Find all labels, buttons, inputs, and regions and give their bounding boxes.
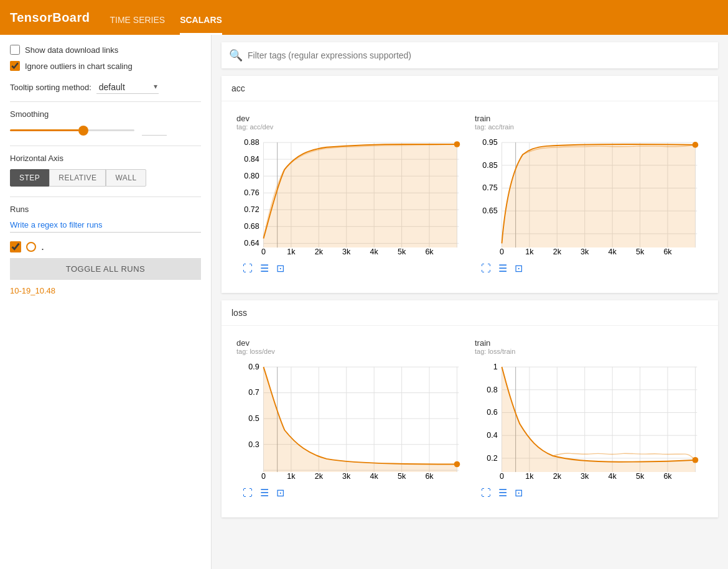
ignore-outliers-checkbox[interactable] (10, 61, 20, 71)
svg-text:0.72: 0.72 (244, 205, 259, 214)
acc-dev-zoom-btn[interactable]: ⊡ (275, 261, 286, 275)
svg-point-97 (693, 457, 699, 463)
svg-text:4k: 4k (370, 472, 379, 481)
ignore-outliers-row[interactable]: Ignore outliers in chart scaling (10, 61, 201, 71)
acc-dev-data-btn[interactable]: ☰ (259, 261, 270, 275)
smoothing-section: Smoothing 0.6 (10, 109, 201, 136)
svg-text:4k: 4k (609, 247, 617, 256)
search-icon: 🔍 (229, 49, 243, 62)
svg-text:0.7: 0.7 (248, 388, 259, 397)
main-content: 🔍 acc dev tag: acc/dev (212, 35, 728, 569)
svg-text:1: 1 (493, 363, 498, 371)
tooltip-select[interactable]: default (96, 81, 159, 94)
loss-train-data-btn[interactable]: ☰ (497, 486, 508, 500)
runs-label: Runs (10, 205, 201, 214)
axis-btn-wall[interactable]: WALL (106, 169, 146, 187)
loss-dev-card: dev tag: loss/dev (231, 333, 470, 510)
acc-dev-fit-btn[interactable]: ⛶ (241, 261, 254, 275)
svg-text:0.4: 0.4 (487, 431, 497, 440)
search-input[interactable] (248, 50, 711, 60)
smoothing-value-input[interactable]: 0.6 (142, 125, 167, 136)
acc-dev-card: dev tag: acc/dev (231, 109, 470, 285)
loss-train-controls: ⛶ ☰ ⊡ (475, 483, 703, 505)
acc-dev-controls: ⛶ ☰ ⊡ (236, 259, 465, 280)
svg-text:0.9: 0.9 (248, 363, 259, 371)
loss-dev-tag: tag: loss/dev (236, 348, 465, 355)
divider-2 (10, 146, 201, 146)
runs-row: . (10, 240, 201, 253)
svg-text:0.95: 0.95 (482, 138, 497, 147)
svg-text:5k: 5k (636, 247, 645, 256)
acc-train-card: train tag: acc/train (470, 109, 708, 285)
acc-dev-title: dev (236, 114, 465, 123)
nav-time-series[interactable]: TIME SERIES (110, 15, 165, 35)
loss-train-card: train tag: loss/train (470, 333, 708, 510)
app-logo: TensorBoard (10, 11, 90, 25)
svg-text:0.80: 0.80 (244, 172, 259, 180)
run-name-label[interactable]: 10-19_10.48 (10, 286, 55, 295)
svg-text:3k: 3k (581, 472, 589, 481)
svg-text:3k: 3k (581, 247, 589, 256)
loss-dev-controls: ⛶ ☰ ⊡ (236, 483, 465, 505)
svg-text:1k: 1k (287, 247, 296, 256)
svg-text:0.2: 0.2 (487, 454, 497, 463)
slider-row: 0.6 (10, 125, 201, 136)
acc-section-title: acc (222, 76, 718, 101)
svg-point-45 (693, 142, 699, 148)
show-data-links-checkbox[interactable] (10, 45, 20, 55)
tooltip-row: Tooltip sorting method: default (10, 81, 201, 94)
svg-point-71 (454, 461, 460, 468)
acc-train-title: train (475, 114, 703, 123)
loss-dev-data-btn[interactable]: ☰ (259, 486, 270, 500)
sidebar: Show data download links Ignore outliers… (0, 35, 212, 569)
run-circle-icon (26, 242, 36, 252)
svg-text:4k: 4k (609, 472, 617, 481)
options-section: Show data download links Ignore outliers… (10, 45, 201, 71)
svg-text:2k: 2k (315, 247, 324, 256)
loss-dev-zoom-btn[interactable]: ⊡ (275, 486, 286, 500)
acc-train-fit-btn[interactable]: ⛶ (480, 261, 492, 275)
run-checkbox[interactable] (10, 241, 21, 252)
app-body: Show data download links Ignore outliers… (0, 35, 728, 569)
toggle-all-button[interactable]: TOGGLE ALL RUNS (10, 258, 201, 280)
acc-charts-row: dev tag: acc/dev (222, 101, 718, 293)
show-data-links-row[interactable]: Show data download links (10, 45, 201, 55)
svg-text:0.84: 0.84 (244, 155, 259, 164)
axis-btn-step[interactable]: STEP (10, 169, 49, 187)
svg-text:2k: 2k (553, 472, 562, 481)
loss-section-title: loss (222, 300, 718, 326)
svg-text:6k: 6k (663, 247, 672, 256)
run-dot: . (41, 240, 44, 253)
svg-text:0.65: 0.65 (482, 206, 497, 215)
loss-dev-title: dev (236, 338, 465, 348)
loss-dev-fit-btn[interactable]: ⛶ (241, 486, 254, 500)
acc-train-tag: tag: acc/train (475, 123, 703, 131)
loss-train-zoom-btn[interactable]: ⊡ (513, 486, 524, 500)
horizontal-axis-section: Horizontal Axis STEP RELATIVE WALL (10, 154, 201, 187)
svg-text:0: 0 (261, 472, 266, 481)
svg-text:3k: 3k (342, 247, 351, 256)
acc-train-data-btn[interactable]: ☰ (497, 261, 508, 275)
svg-text:0: 0 (500, 472, 504, 481)
smoothing-slider[interactable] (10, 129, 134, 131)
acc-train-zoom-btn[interactable]: ⊡ (513, 261, 524, 275)
nav-links: TIME SERIES SCALARS (110, 0, 222, 35)
loss-train-fit-btn[interactable]: ⛶ (480, 486, 492, 500)
acc-train-controls: ⛶ ☰ ⊡ (475, 259, 703, 280)
svg-text:0.3: 0.3 (248, 440, 259, 449)
runs-filter-input[interactable] (10, 218, 201, 233)
axis-btn-relative[interactable]: RELATIVE (49, 169, 106, 187)
tooltip-select-wrapper[interactable]: default (96, 81, 159, 94)
h-axis-label: Horizontal Axis (10, 154, 201, 163)
svg-text:2k: 2k (315, 472, 324, 481)
acc-dev-tag: tag: acc/dev (236, 123, 465, 131)
loss-train-tag: tag: loss/train (475, 348, 703, 355)
search-bar: 🔍 (222, 42, 718, 68)
svg-text:5k: 5k (398, 247, 406, 256)
divider-3 (10, 197, 201, 197)
svg-text:1k: 1k (525, 472, 534, 481)
nav-scalars[interactable]: SCALARS (180, 15, 222, 35)
svg-text:6k: 6k (425, 247, 434, 256)
svg-text:0.85: 0.85 (482, 161, 497, 170)
svg-text:0.8: 0.8 (487, 386, 497, 394)
